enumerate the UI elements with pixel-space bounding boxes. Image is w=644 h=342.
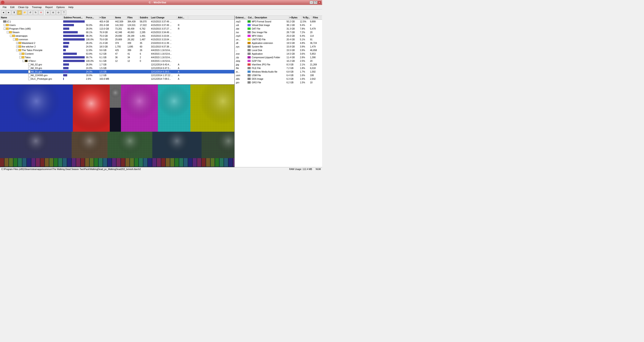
ext-row[interactable]: .w...Windows Media Audio file6.8 GB1.7%1… [235,70,322,74]
toolbar-btn-fwd[interactable]: ► [6,10,11,15]
col-lastchange[interactable]: Last Change [150,16,177,19]
ext-col-bytes[interactable]: > Bytes [288,16,302,19]
tree-row[interactable]: All_02.gro26.9%1.7 GB12/12/2014 6:43:4..… [0,63,234,66]
ext-row[interactable]: .vdiVirtual Disk Image38.1 GB9.4%4 [235,23,322,27]
toolbar-btn-zoom-fit[interactable]: ⊙ [56,10,61,15]
toolbar-btn-refresh2[interactable]: ↻ [33,10,38,15]
menu-cleanup[interactable]: Clean Up [16,6,30,9]
toolbar-btn-zoom-in[interactable]: ⊕ [45,10,50,15]
tree-row[interactable]: All_01.gro24.3%1.5 GB12/12/2014 6:28:0..… [0,70,234,74]
ext-row[interactable]: .dllApplication extension19.5 GB4.8%36,7… [235,41,322,45]
ext-row[interactable]: .jpgIrfanView JPG File8.3 GB2.1%21,269 [235,63,322,66]
col-items[interactable]: Items [114,16,126,19]
menu-options[interactable]: Options [54,6,66,9]
ext-row[interactable]: .isoDisc Image File28.7 GB7.2%20 [235,30,322,34]
tree-toggle[interactable]: - [22,60,25,62]
minimize-button[interactable]: ─ [310,1,313,4]
tree-toggle[interactable]: - [16,49,18,51]
tree-toggle[interactable]: - [7,31,9,33]
ext-col-pct[interactable]: % By... [302,16,312,19]
col-pct[interactable]: Perce... [85,16,98,19]
ext-list[interactable]: .mp3MP3 Format Sound50.2 GB12.5%9,899.vd… [235,20,322,167]
toolbar-btn-refresh[interactable]: ↺ [28,10,33,15]
ext-col-desc[interactable]: Description [254,16,288,19]
subtree-bar [63,20,85,23]
ext-row[interactable]: .ddsDDS Image6.3 GB1.6%2,642 [235,77,322,81]
toolbar-btn-zoom-out[interactable]: ⊖ [50,10,56,15]
ext-row[interactable]: .un...UNITY3D File20.4 GB5.1%91 [235,38,322,41]
toolbar: ◄ ► ⬆ 📁 📂 ↺ ↻ ✕ ⊕ ⊖ ⊙ ? [0,10,322,16]
menu-report[interactable]: Report [44,6,54,9]
menu-help[interactable]: Help [66,6,75,9]
tree-row[interactable]: -Program Files (x86)28.0%113.0 GB73,2016… [0,27,234,30]
tree-row[interactable]: -The Talos Principle12.8%9.6 GB425399264… [0,48,234,52]
tree-toggle[interactable]: - [19,56,22,58]
ext-row[interactable]: .usmUSM File6.4 GB1.6%108 [235,74,322,77]
size-cell: 1.2 GB [98,74,114,76]
ext-row[interactable]: .mp4MP4 Video25.6 GB6.4%114 [235,34,322,38]
tree-row[interactable]: (C:)403.4 GB442,509384,43958,0704/15/201… [0,20,234,23]
toolbar-btn-stop[interactable]: ✕ [38,10,44,15]
col-subtree[interactable]: Subtree Percent... [63,16,85,19]
col-size[interactable]: > Size [98,16,114,19]
ext-bytes: 10.2 GB [286,60,299,62]
ext-pct: 1.6% [299,78,309,80]
toolbar-btn-open[interactable]: 📂 [22,10,27,15]
ext-row[interactable]: .fileFILE File7.2 GB1.8%6,018 [235,66,322,70]
col-subdirs[interactable]: Subdirs [139,16,150,19]
ext-row[interactable]: .zipCompressed (zipped) Folder11.4 GB2.8… [235,56,322,59]
ext-row[interactable]: .exeApplication14.5 GB3.6%5,853 [235,52,322,56]
tree-row[interactable]: All_03.gro24.9%1.5 GB12/12/2014 6:47:3..… [0,66,234,70]
tree-toggle[interactable]: + [16,42,18,44]
menu-treemap[interactable]: Treemap [30,6,44,9]
tree-row[interactable]: -common100.0%75.6 GB29,66928,1821,4874/1… [0,38,234,41]
ext-row[interactable]: ...Local Disk15.5 GB3.9%46,658 [235,48,322,52]
lastchange-cell: 12/12/2014 6:43:4... [150,64,177,66]
subtree-bar [63,77,85,81]
subtree-bar [63,56,85,59]
ext-row[interactable]: .sysSystem file15.8 GB3.9%1,479 [235,45,322,48]
tree-toggle[interactable]: - [4,24,6,26]
ext-row[interactable]: .dzipDZIP File10.2 GB2.5%20 [235,59,322,63]
toolbar-btn-help[interactable]: ? [62,10,66,15]
ext-row[interactable]: .mp3MP3 Format Sound50.2 GB12.5%9,899 [235,20,322,23]
tree-row[interactable]: All_224995.gro18.9%1.2 GB12/12/2014 1:37… [0,74,234,77]
menu-edit[interactable]: Edit [8,6,16,9]
tree-row[interactable]: -steamapps98.3%75.6 GB29,69028,1991,4914… [0,34,234,38]
toolbar-btn-up[interactable]: ⬆ [12,10,16,15]
col-files[interactable]: Files [126,16,139,19]
tree-row[interactable]: -Steam68.1%76.9 GB42,34840,0632,2854/15/… [0,30,234,34]
ext-col-color[interactable]: Col... [247,16,254,19]
ext-pct: 2.1% [299,64,309,66]
lastchange-cell: 4/4/2015 1:16:53 A... [150,49,177,52]
tree-toggle[interactable]: - [10,35,12,37]
treemap-area[interactable] [0,85,234,167]
file-tree[interactable]: (C:)403.4 GB442,509384,43958,0704/15/201… [0,20,234,85]
toolbar-btn-back[interactable]: ◄ [1,10,6,15]
tree-toggle[interactable]: - [13,38,15,40]
pct-cell: 28.0% [85,28,98,30]
tree-row[interactable]: DLC_Prototype.gro2.6%163.6 MB12/12/2014 … [0,77,234,81]
tree-toggle[interactable]: - [4,28,6,30]
menu-file[interactable]: File [1,6,8,9]
col-name[interactable]: Name [0,16,63,19]
ext-extension: ... [235,49,247,52]
tree-row[interactable]: -<Files>100.0%6.1 GB121204/4/2015 1:16:5… [0,59,234,63]
tree-row[interactable]: +Content63.9%6.2 GB474164/4/2015 1:16:53… [0,52,234,56]
tree-row[interactable]: +the witcher 224.5%18.5 GB1,7551,695603/… [0,45,234,48]
tree-row[interactable]: +Wasteland 228.4%21.4 GB374339352/10/201… [0,41,234,45]
close-button[interactable]: ✕ [318,1,321,4]
ext-row[interactable]: .groGRO File6.2 GB1.5%10 [235,81,322,84]
ext-pct: 3.9% [299,46,309,48]
toolbar-btn-folder[interactable]: 📁 [17,10,22,15]
tree-toggle[interactable]: + [19,53,22,55]
col-attrib[interactable]: Attri... [177,16,188,19]
restore-button[interactable]: ❐ [314,1,317,4]
tree-row[interactable]: -Talos99.7%6.1 GB363424/4/2015 1:16:53 A… [0,56,234,59]
tree-toggle[interactable]: + [16,46,18,48]
ext-col-files[interactable]: Files [312,16,321,19]
ext-description: Disc Image File [251,31,286,34]
ext-col-ext[interactable]: Extensi... [235,16,247,19]
ext-row[interactable]: .datDAT File31.3 GB7.8%5,479 [235,27,322,30]
tree-row[interactable]: -Users50.0%201.6 GB141,553124,53117,0224… [0,23,234,27]
